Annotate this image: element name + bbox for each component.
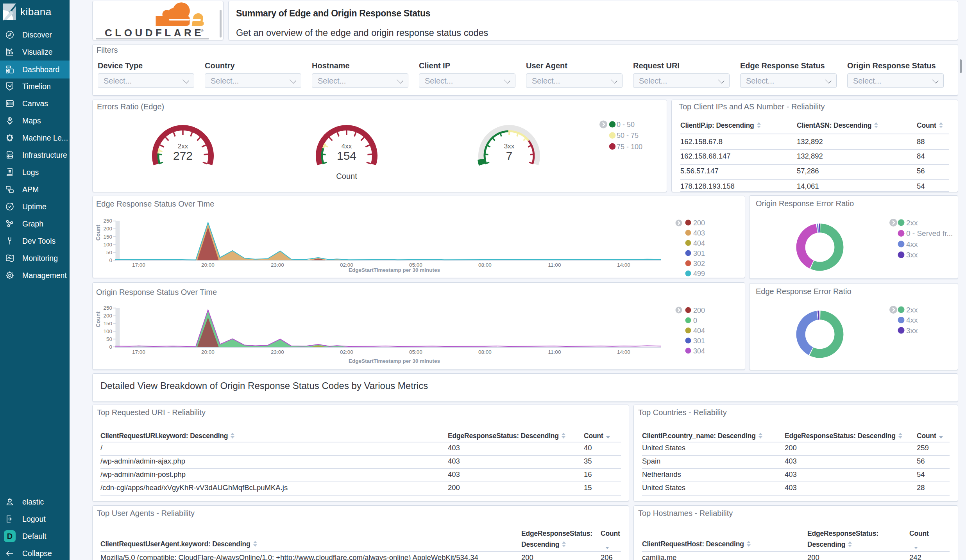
svg-text:11:00: 11:00: [548, 262, 561, 268]
svg-text:154: 154: [337, 149, 356, 162]
svg-text:23:00: 23:00: [271, 262, 284, 268]
svg-text:301: 301: [693, 337, 705, 345]
svg-text:7: 7: [506, 149, 513, 162]
svg-text:0 - 50: 0 - 50: [617, 121, 635, 128]
svg-text:50: 50: [106, 336, 112, 342]
svg-text:250: 250: [103, 218, 112, 224]
svg-text:4xx: 4xx: [906, 316, 918, 324]
svg-text:301: 301: [693, 250, 705, 257]
svg-text:14:00: 14:00: [617, 262, 630, 268]
svg-text:50: 50: [106, 250, 112, 255]
svg-text:50 - 75: 50 - 75: [617, 132, 639, 139]
svg-text:150: 150: [103, 321, 112, 326]
svg-text:100: 100: [103, 242, 112, 248]
svg-text:Count: Count: [336, 172, 357, 180]
svg-text:14:00: 14:00: [617, 349, 630, 355]
svg-text:0 - Served fr...: 0 - Served fr...: [906, 229, 953, 237]
svg-text:EdgeStartTimestamp per 30 minu: EdgeStartTimestamp per 30 minutes: [349, 358, 440, 364]
svg-text:404: 404: [693, 327, 705, 335]
svg-text:200: 200: [103, 226, 112, 232]
svg-text:D: D: [7, 532, 13, 540]
svg-text:0: 0: [693, 317, 697, 325]
svg-text:Count: Count: [95, 311, 101, 327]
svg-text:250: 250: [103, 305, 112, 311]
svg-text:EdgeStartTimestamp per 30 minu: EdgeStartTimestamp per 30 minutes: [349, 267, 440, 273]
svg-text:0: 0: [109, 257, 112, 263]
svg-text:08:00: 08:00: [478, 349, 492, 355]
svg-text:2xx: 2xx: [906, 306, 918, 314]
svg-text:302: 302: [693, 260, 705, 268]
svg-text:23:00: 23:00: [271, 349, 284, 355]
svg-text:20:00: 20:00: [201, 262, 215, 268]
svg-text:®: ®: [201, 29, 204, 33]
svg-text:17:00: 17:00: [132, 262, 145, 268]
svg-text:11:00: 11:00: [548, 349, 561, 355]
svg-text:272: 272: [173, 149, 193, 162]
svg-text:CLOUDFLARE: CLOUDFLARE: [105, 27, 204, 39]
svg-text:403: 403: [693, 229, 705, 237]
svg-text:75 - 100: 75 - 100: [617, 143, 642, 151]
svg-text:150: 150: [103, 234, 112, 240]
svg-text:08:00: 08:00: [478, 262, 492, 268]
svg-text:05:00: 05:00: [409, 349, 422, 355]
svg-text:499: 499: [693, 270, 705, 278]
svg-text:20:00: 20:00: [201, 349, 215, 355]
svg-text:200: 200: [103, 313, 112, 319]
svg-text:0: 0: [109, 344, 112, 350]
svg-text:02:00: 02:00: [340, 349, 353, 355]
svg-text:100: 100: [103, 328, 112, 334]
svg-text:3xx: 3xx: [906, 251, 918, 259]
svg-text:404: 404: [693, 239, 705, 247]
svg-text:200: 200: [693, 307, 705, 314]
svg-text:3xx: 3xx: [906, 326, 918, 335]
svg-text:4xx: 4xx: [906, 240, 918, 248]
svg-text:200: 200: [693, 219, 705, 227]
svg-text:17:00: 17:00: [132, 349, 145, 355]
svg-text:Count: Count: [95, 225, 101, 241]
svg-text:304: 304: [693, 347, 705, 355]
svg-text:2xx: 2xx: [906, 219, 918, 227]
